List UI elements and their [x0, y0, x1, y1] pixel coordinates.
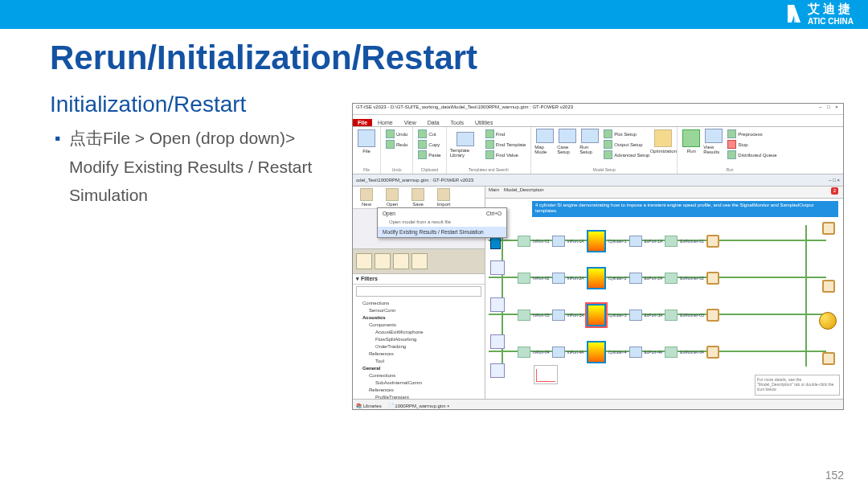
- template-tree[interactable]: Connections SensorConn Acoustics Compone…: [353, 298, 485, 399]
- exhaust-port-icon[interactable]: [629, 273, 642, 284]
- company-logo: 艾 迪 捷 ATIC CHINA: [785, 2, 854, 26]
- maximize-icon[interactable]: □: [825, 105, 832, 113]
- app-screenshot: GT-ISE v2023 - D:\GT-SUITE_working_data\…: [352, 103, 844, 410]
- advanced-setup-button[interactable]: Advanced Setup: [602, 150, 651, 160]
- status-libraries[interactable]: Libraries: [363, 404, 382, 408]
- redo-button[interactable]: Redo: [384, 139, 409, 150]
- notification-badge[interactable]: 2: [831, 187, 838, 195]
- palette-item[interactable]: [356, 253, 372, 269]
- collector-icon[interactable]: [706, 309, 719, 322]
- intake-runner-icon[interactable]: [518, 310, 530, 321]
- find-template-button[interactable]: Find Template: [484, 139, 528, 150]
- model-description-banner: 4 cylinder SI engine demonstrating how t…: [532, 201, 838, 217]
- tree-item: Acoustics: [356, 314, 481, 322]
- close-icon[interactable]: ×: [833, 105, 840, 113]
- intake-runner-icon[interactable]: [518, 347, 530, 358]
- endcap-icon[interactable]: [822, 352, 835, 365]
- exhaust-runner-icon[interactable]: [665, 273, 678, 284]
- tab-view[interactable]: View: [399, 119, 422, 126]
- intake-runner-icon[interactable]: [518, 273, 530, 284]
- model-canvas[interactable]: Main Model_Description 2 4 cylinder SI e…: [485, 187, 843, 399]
- tab-home[interactable]: Home: [372, 119, 399, 126]
- plot-setup-button[interactable]: Plot Setup: [602, 129, 651, 139]
- endcap-icon[interactable]: [822, 222, 835, 235]
- minimize-icon[interactable]: –: [817, 105, 824, 113]
- view-results-button[interactable]: View Results: [703, 129, 724, 154]
- collector-icon[interactable]: [706, 272, 719, 285]
- cut-button[interactable]: Cut: [416, 129, 442, 139]
- paste-button[interactable]: Paste: [416, 150, 442, 160]
- exhaust-runner-icon[interactable]: [665, 236, 678, 247]
- search-input[interactable]: [356, 286, 481, 297]
- flowsplit-icon[interactable]: [490, 260, 505, 275]
- exhaust-port-icon[interactable]: [629, 347, 642, 358]
- open-button[interactable]: Open: [381, 188, 403, 207]
- file-button[interactable]: File: [356, 129, 377, 154]
- exhaust-port-icon[interactable]: [629, 310, 642, 321]
- tree-item: Connections: [356, 372, 481, 379]
- case-setup-button[interactable]: Case Setup: [557, 129, 578, 154]
- flowsplit-icon[interactable]: [490, 334, 505, 349]
- undo-button[interactable]: Undo: [384, 129, 409, 139]
- tab-data[interactable]: Data: [422, 119, 445, 126]
- tab-main[interactable]: Main: [489, 187, 499, 197]
- cylinder-icon[interactable]: [587, 230, 606, 252]
- intake-port-icon[interactable]: [552, 236, 565, 247]
- profile-icon[interactable]: [534, 365, 558, 384]
- tab-utilities[interactable]: Utilities: [469, 119, 499, 126]
- collector-icon[interactable]: [706, 346, 719, 359]
- group-run-label: Run: [681, 167, 778, 172]
- exhaust-runner-icon[interactable]: [665, 310, 678, 321]
- project-panel: New Open Save Import OpenCtrl+O Open mod…: [353, 187, 485, 249]
- flowsplit-icon[interactable]: [490, 297, 505, 312]
- status-bar: 📚 Libraries 📄 1000RPM_warmup.gtm ×: [353, 399, 843, 410]
- save-button[interactable]: Save: [407, 188, 429, 207]
- template-library-button[interactable]: Template Library: [450, 132, 481, 158]
- stop-button[interactable]: Stop: [726, 139, 778, 150]
- engine-row-3: InRun-03 InPort-3A Cylinder-3 ExPort-3A …: [518, 299, 719, 331]
- canvas-tabs: Main Model_Description 2: [485, 187, 843, 199]
- tree-item: OrderTracking: [356, 343, 481, 351]
- intake-port-icon[interactable]: [552, 273, 565, 284]
- cylinder-icon[interactable]: [587, 304, 606, 326]
- collector-icon[interactable]: [706, 235, 719, 248]
- preprocess-button[interactable]: Preprocess: [726, 129, 778, 139]
- find-value-button[interactable]: Find Value: [484, 150, 528, 160]
- new-button[interactable]: New: [355, 188, 378, 207]
- cylinder-icon[interactable]: [587, 341, 606, 363]
- palette-item[interactable]: [411, 253, 428, 269]
- menu-open[interactable]: OpenCtrl+O: [378, 208, 506, 219]
- copy-button[interactable]: Copy: [416, 139, 442, 150]
- environment-icon[interactable]: [819, 312, 837, 330]
- intake-port-icon[interactable]: [552, 310, 565, 321]
- run-button[interactable]: Run: [681, 129, 702, 154]
- left-panel: New Open Save Import OpenCtrl+O Open mod…: [353, 187, 485, 399]
- tab-model-description[interactable]: Model_Description: [504, 187, 544, 197]
- map-mode-button[interactable]: Map Mode: [534, 129, 555, 154]
- import-button[interactable]: Import: [432, 188, 455, 207]
- distributed-queue-button[interactable]: Distributed Queue: [726, 150, 778, 160]
- status-file[interactable]: 1000RPM_warmup.gtm ×: [395, 404, 449, 408]
- group-undo-label: Undo: [384, 167, 409, 172]
- endcap-icon[interactable]: [822, 280, 835, 293]
- intake-runner-icon[interactable]: [518, 236, 530, 247]
- output-setup-button[interactable]: Output Setup: [602, 139, 651, 150]
- tab-tools[interactable]: Tools: [445, 119, 469, 126]
- intake-port-icon[interactable]: [552, 347, 565, 358]
- run-setup-button[interactable]: Run Setup: [579, 129, 600, 154]
- flowsplit-icon[interactable]: [490, 363, 505, 378]
- palette-item[interactable]: [393, 253, 409, 269]
- cylinder-icon[interactable]: [587, 267, 606, 289]
- palette-item[interactable]: [375, 253, 391, 269]
- page-number: 152: [825, 469, 844, 482]
- file-tab[interactable]: File: [353, 119, 372, 126]
- label: InRun-01: [533, 239, 550, 244]
- open-dropdown-menu: OpenCtrl+O Open model from a result file…: [377, 207, 507, 238]
- exhaust-runner-icon[interactable]: [665, 347, 678, 358]
- exhaust-port-icon[interactable]: [629, 236, 642, 247]
- optimization-button[interactable]: Optimization: [653, 129, 674, 154]
- label: Cylinder-1: [608, 239, 627, 244]
- find-button[interactable]: Find: [484, 129, 528, 139]
- menu-modify-restart[interactable]: Modify Existing Results / Restart Simula…: [378, 227, 506, 237]
- canvas-hint-box: For more details, see the "Model_Descrip…: [755, 375, 840, 396]
